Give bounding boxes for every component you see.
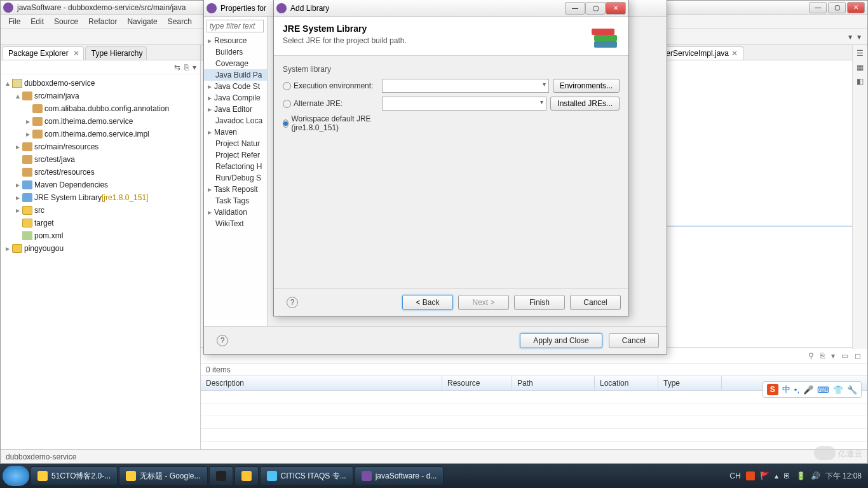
- tree-item[interactable]: target: [34, 217, 54, 229]
- menu-edit[interactable]: Edit: [25, 16, 49, 27]
- cancel-button[interactable]: Cancel: [609, 333, 659, 348]
- filter-icon[interactable]: ⚲: [808, 351, 814, 360]
- link-icon[interactable]: ⎘: [820, 351, 825, 360]
- radio-icon[interactable]: [283, 100, 291, 108]
- table-row[interactable]: [201, 403, 867, 416]
- tray-chevron-icon[interactable]: ▴: [775, 471, 778, 480]
- menu-file[interactable]: File: [3, 16, 25, 27]
- flag-icon[interactable]: 🚩: [760, 471, 770, 480]
- addlib-titlebar[interactable]: Add Library — ▢ ✕: [274, 0, 628, 17]
- col-location[interactable]: Location: [595, 376, 658, 390]
- type-hierarchy-tab[interactable]: Type Hierarchy: [85, 46, 147, 60]
- tree-item[interactable]: src/main/java: [34, 90, 79, 102]
- nav-item: ▸Maven: [204, 126, 267, 138]
- tools-icon[interactable]: 🔧: [847, 385, 857, 395]
- close-icon[interactable]: ✕: [73, 49, 79, 58]
- alternate-jre-radio[interactable]: Alternate JRE:: [283, 99, 378, 108]
- maximize-button[interactable]: ▢: [828, 2, 846, 13]
- menu-search[interactable]: Search: [163, 16, 197, 27]
- help-icon[interactable]: ?: [287, 297, 298, 308]
- toolbar-dropdown-icon[interactable]: ▾: [848, 32, 852, 41]
- menu-refactor[interactable]: Refactor: [83, 16, 122, 27]
- exec-env-combo[interactable]: [382, 79, 549, 93]
- menu-navigate[interactable]: Navigate: [122, 16, 162, 27]
- taskbar-item[interactable]: CITICS ITAQS 专...: [260, 466, 353, 485]
- project-tree[interactable]: ▴dubboxdemo-service ▴src/main/java com.a…: [1, 74, 200, 257]
- tree-item[interactable]: src/main/resources: [34, 140, 98, 153]
- ime-cn[interactable]: 中: [782, 384, 790, 395]
- taskbar-item[interactable]: [209, 466, 233, 485]
- tree-item[interactable]: com.itheima.demo.service: [44, 115, 133, 128]
- alternate-jre-combo[interactable]: [382, 97, 546, 111]
- network-icon[interactable]: ⛨: [783, 471, 791, 480]
- skin-icon[interactable]: 👕: [833, 385, 843, 395]
- apply-close-button[interactable]: Apply and Close: [520, 333, 602, 348]
- ime-punct[interactable]: •,: [794, 385, 799, 395]
- close-button[interactable]: ✕: [606, 2, 626, 15]
- close-button[interactable]: ✕: [847, 2, 865, 13]
- battery-icon[interactable]: 🔋: [796, 471, 806, 480]
- table-row[interactable]: [201, 429, 867, 442]
- start-button[interactable]: [3, 466, 29, 486]
- col-resource[interactable]: Resource: [442, 376, 512, 390]
- sogou-tray-icon[interactable]: [746, 471, 755, 480]
- keyboard-icon[interactable]: ⌨: [817, 385, 829, 395]
- installed-jres-button[interactable]: Installed JREs...: [550, 97, 620, 111]
- menu-source[interactable]: Source: [49, 16, 83, 27]
- back-button[interactable]: < Back: [402, 295, 453, 310]
- mic-icon[interactable]: 🎤: [803, 385, 813, 395]
- col-path[interactable]: Path: [512, 376, 595, 390]
- package-explorer-tab[interactable]: Package Explorer✕: [2, 46, 84, 60]
- table-row[interactable]: [201, 416, 867, 429]
- cancel-button[interactable]: Cancel: [570, 295, 621, 310]
- view-menu-icon[interactable]: ▾: [193, 63, 196, 72]
- taskbar-item[interactable]: javaSoftware - d...: [355, 466, 444, 485]
- tree-item[interactable]: pingyougou: [24, 242, 64, 255]
- maximize-icon[interactable]: ◻: [855, 351, 861, 360]
- tree-item[interactable]: com.itheima.demo.service.impl: [44, 128, 149, 140]
- tree-item[interactable]: dubboxdemo-service: [24, 77, 95, 90]
- minimize-icon[interactable]: ▭: [841, 351, 848, 360]
- col-description[interactable]: Description: [201, 376, 442, 390]
- toolbar-dropdown-icon[interactable]: ▾: [857, 32, 861, 41]
- tree-item[interactable]: pom.xml: [34, 229, 63, 242]
- close-icon[interactable]: ✕: [731, 49, 738, 58]
- ime-toolbar[interactable]: S 中 •, 🎤 ⌨ 👕 🔧: [763, 381, 862, 398]
- view-menu-icon[interactable]: ▾: [831, 351, 835, 360]
- tree-item[interactable]: src: [34, 204, 44, 217]
- tree-item[interactable]: Maven Dependencies: [34, 179, 108, 191]
- taskbar-item[interactable]: 51CTO博客2.0-...: [31, 466, 118, 485]
- tree-item[interactable]: src/test/java: [34, 153, 75, 166]
- workspace-default-radio[interactable]: Workspace default JRE (jre1.8.0_151): [283, 114, 378, 132]
- task-icon[interactable]: ▦: [857, 63, 864, 72]
- tree-item[interactable]: src/test/resources: [34, 166, 95, 179]
- environments-button[interactable]: Environments...: [553, 79, 620, 93]
- filter-input[interactable]: [207, 20, 264, 32]
- taskbar-item[interactable]: 无标题 - Google...: [119, 466, 207, 485]
- taskbar-item[interactable]: [234, 466, 259, 485]
- radio-checked-icon[interactable]: [283, 119, 288, 128]
- radio-icon[interactable]: [283, 82, 291, 90]
- nav-item: Task Tags: [204, 195, 267, 207]
- volume-icon[interactable]: 🔊: [811, 471, 820, 480]
- finish-button[interactable]: Finish: [514, 295, 565, 310]
- tray-lang[interactable]: CH: [729, 471, 740, 480]
- exec-env-radio[interactable]: Execution environment:: [283, 81, 378, 90]
- marker-icon[interactable]: ◧: [857, 77, 864, 86]
- system-tray[interactable]: CH 🚩 ▴ ⛨ 🔋 🔊 下午 12:08: [729, 471, 865, 482]
- sogou-icon[interactable]: S: [767, 384, 778, 395]
- tree-item[interactable]: com.alibaba.dubbo.config.annotation: [44, 102, 169, 115]
- col-type[interactable]: Type: [658, 376, 722, 390]
- explorer-icon: [241, 471, 252, 481]
- minimize-button[interactable]: —: [565, 2, 585, 15]
- outline-icon[interactable]: ☰: [857, 49, 864, 58]
- collapse-icon[interactable]: ⇆: [174, 63, 180, 72]
- minimize-button[interactable]: —: [809, 2, 827, 13]
- help-icon[interactable]: ?: [217, 335, 228, 346]
- tree-item[interactable]: JRE System Library: [34, 191, 102, 204]
- nav-item: Javadoc Loca: [204, 115, 267, 126]
- tray-clock[interactable]: 下午 12:08: [825, 471, 862, 482]
- maximize-button[interactable]: ▢: [585, 2, 606, 15]
- project-icon: [12, 244, 22, 253]
- link-icon[interactable]: ⎘: [184, 63, 189, 72]
